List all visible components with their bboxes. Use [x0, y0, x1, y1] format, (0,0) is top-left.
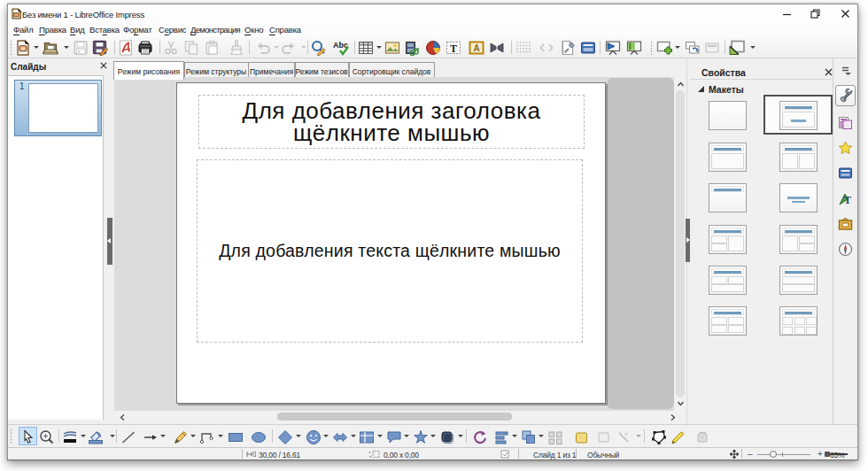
svg-text:T: T	[844, 194, 851, 206]
svg-text:A: A	[474, 43, 480, 53]
svg-text:T: T	[450, 42, 457, 55]
